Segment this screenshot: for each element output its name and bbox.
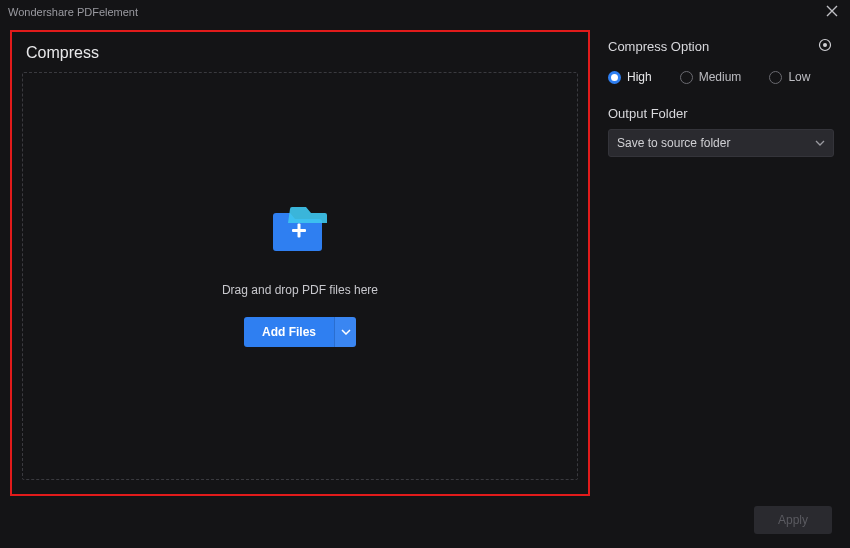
radio-dot-icon [769, 71, 782, 84]
radio-dot-icon [680, 71, 693, 84]
output-folder-select[interactable]: Save to source folder [608, 129, 834, 157]
compress-option-label: Compress Option [608, 39, 818, 54]
folder-add-icon [268, 205, 332, 259]
radio-label: High [627, 70, 652, 84]
add-files-dropdown-button[interactable] [334, 317, 356, 347]
compress-level-radios: High Medium Low [608, 70, 834, 84]
output-folder-value: Save to source folder [617, 136, 815, 150]
settings-dot-icon[interactable] [818, 38, 834, 54]
options-panel: Compress Option High Medium Low [608, 30, 840, 496]
dropzone-hint: Drag and drop PDF files here [222, 283, 378, 297]
radio-low[interactable]: Low [769, 70, 810, 84]
app-title: Wondershare PDFelement [8, 6, 822, 18]
titlebar: Wondershare PDFelement [0, 0, 850, 24]
content-body: Compress Drag and drop PDF files here Ad… [0, 24, 850, 506]
radio-label: Medium [699, 70, 742, 84]
output-folder-label: Output Folder [608, 106, 834, 121]
panel-heading: Compress [26, 44, 578, 62]
file-dropzone[interactable]: Drag and drop PDF files here Add Files [22, 72, 578, 480]
add-files-button[interactable]: Add Files [244, 317, 334, 347]
add-files-group: Add Files [244, 317, 356, 347]
app-window: Wondershare PDFelement Compress Drag and… [0, 0, 850, 548]
options-header: Compress Option [608, 38, 834, 54]
radio-label: Low [788, 70, 810, 84]
close-icon[interactable] [822, 4, 842, 20]
highlighted-compress-panel: Compress Drag and drop PDF files here Ad… [10, 30, 590, 496]
radio-dot-icon [608, 71, 621, 84]
chevron-down-icon [341, 329, 351, 335]
chevron-down-icon [815, 140, 825, 146]
svg-rect-1 [298, 224, 301, 238]
footer: Apply [0, 506, 850, 548]
radio-medium[interactable]: Medium [680, 70, 742, 84]
apply-button[interactable]: Apply [754, 506, 832, 534]
radio-high[interactable]: High [608, 70, 652, 84]
svg-point-3 [823, 43, 827, 47]
